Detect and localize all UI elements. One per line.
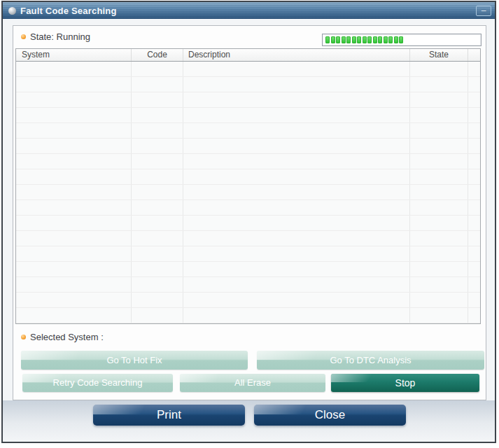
table-row [16, 200, 480, 216]
state-label: State: Running [30, 31, 90, 42]
app-sphere-icon [8, 7, 16, 15]
close-button[interactable]: Close [254, 405, 406, 426]
window-title: Fault Code Searching [20, 6, 117, 16]
fault-code-searching-dialog: Fault Code Searching – State: Running Sy… [1, 1, 496, 443]
table-row [16, 262, 480, 277]
column-header-spacer [468, 49, 480, 61]
table-row [16, 293, 480, 308]
table-row [16, 123, 480, 139]
column-header-code[interactable]: Code [132, 49, 183, 61]
title-bar[interactable]: Fault Code Searching – [3, 2, 495, 19]
stop-button[interactable]: Stop [331, 374, 479, 392]
column-header-state[interactable]: State [410, 49, 468, 61]
all-erase-button[interactable]: All Erase [180, 374, 325, 392]
table-row [16, 169, 480, 185]
table-header-row: System Code Description State [16, 49, 480, 62]
go-to-dtc-analysis-button[interactable]: Go To DTC Analysis [257, 351, 484, 370]
table-row [16, 108, 480, 123]
table-row [16, 308, 480, 323]
table-row [16, 154, 480, 169]
selected-system-label: Selected System : [30, 332, 104, 342]
table-row [16, 277, 480, 293]
print-button[interactable]: Print [93, 405, 245, 426]
progress-bar [322, 34, 482, 46]
table-row [16, 246, 480, 262]
table-row [16, 185, 480, 200]
progress-fill [324, 36, 479, 44]
main-panel: State: Running System Code Description S… [13, 25, 486, 400]
go-to-hot-fix-button[interactable]: Go To Hot Fix [21, 351, 248, 370]
column-header-system[interactable]: System [16, 49, 132, 61]
selected-system-bullet-icon [21, 335, 26, 340]
fault-code-table: System Code Description State [15, 48, 481, 324]
status-bullet-icon [21, 34, 26, 39]
table-row [16, 231, 480, 246]
minimize-button[interactable]: – [476, 6, 491, 16]
table-row [16, 216, 480, 231]
table-row [16, 77, 480, 92]
table-row [16, 139, 480, 154]
table-row [16, 92, 480, 108]
table-row [16, 62, 480, 77]
footer-area [3, 400, 495, 442]
retry-code-searching-button[interactable]: Retry Code Searching [22, 374, 173, 392]
table-body [16, 62, 480, 323]
column-header-description[interactable]: Description [183, 49, 410, 61]
